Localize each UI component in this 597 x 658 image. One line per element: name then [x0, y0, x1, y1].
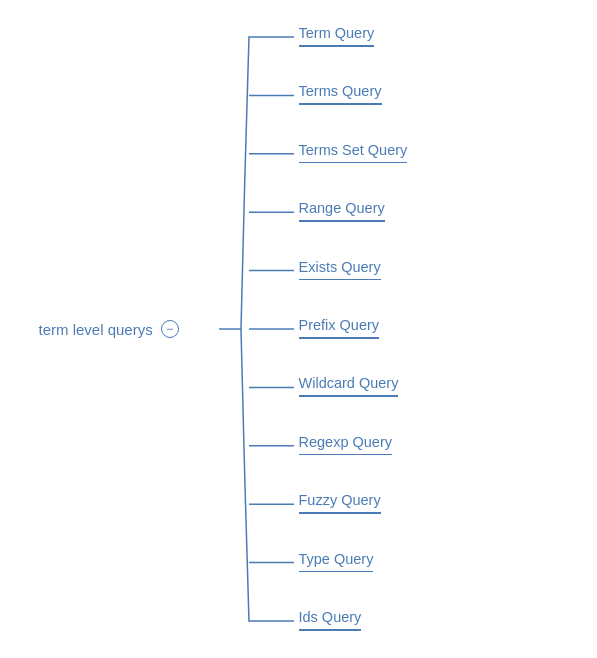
collapse-button[interactable]: −: [161, 320, 179, 338]
child-label-type-query: Type Query: [299, 551, 374, 569]
child-label-terms-query: Terms Query: [299, 83, 382, 101]
child-label-fuzzy-query: Fuzzy Query: [299, 492, 381, 510]
child-node-type-query[interactable]: Type Query: [299, 551, 374, 573]
root-node: term level querys −: [39, 320, 179, 338]
child-underline-type-query: [299, 571, 374, 573]
branch-lines: [239, 9, 579, 649]
child-node-terms-query[interactable]: Terms Query: [299, 83, 382, 105]
child-label-exists-query: Exists Query: [299, 259, 381, 277]
child-node-range-query[interactable]: Range Query: [299, 200, 385, 222]
child-underline-fuzzy-query: [299, 512, 381, 514]
child-node-wildcard-query[interactable]: Wildcard Query: [299, 375, 399, 397]
child-node-regexp-query[interactable]: Regexp Query: [299, 434, 393, 456]
child-label-range-query: Range Query: [299, 200, 385, 218]
child-node-terms-set-query[interactable]: Terms Set Query: [299, 142, 408, 164]
child-node-term-query[interactable]: Term Query: [299, 25, 375, 47]
child-underline-exists-query: [299, 279, 381, 281]
child-node-exists-query[interactable]: Exists Query: [299, 259, 381, 281]
child-label-regexp-query: Regexp Query: [299, 434, 393, 452]
child-label-ids-query: Ids Query: [299, 609, 362, 627]
child-underline-terms-query: [299, 103, 382, 105]
child-node-prefix-query[interactable]: Prefix Query: [299, 317, 380, 339]
child-label-terms-set-query: Terms Set Query: [299, 142, 408, 160]
child-underline-terms-set-query: [299, 162, 408, 164]
child-label-term-query: Term Query: [299, 25, 375, 43]
child-underline-regexp-query: [299, 454, 393, 456]
child-label-wildcard-query: Wildcard Query: [299, 375, 399, 393]
branch-container: Term QueryTerms QueryTerms Set QueryRang…: [239, 9, 579, 649]
child-underline-ids-query: [299, 629, 362, 631]
child-underline-range-query: [299, 220, 385, 222]
child-underline-prefix-query: [299, 337, 380, 339]
child-label-prefix-query: Prefix Query: [299, 317, 380, 335]
mindmap-diagram: term level querys − Term QueryTerms Quer…: [19, 9, 579, 649]
child-underline-wildcard-query: [299, 395, 399, 397]
child-node-ids-query[interactable]: Ids Query: [299, 609, 362, 631]
child-node-fuzzy-query[interactable]: Fuzzy Query: [299, 492, 381, 514]
child-underline-term-query: [299, 45, 375, 47]
root-label: term level querys: [39, 321, 153, 338]
